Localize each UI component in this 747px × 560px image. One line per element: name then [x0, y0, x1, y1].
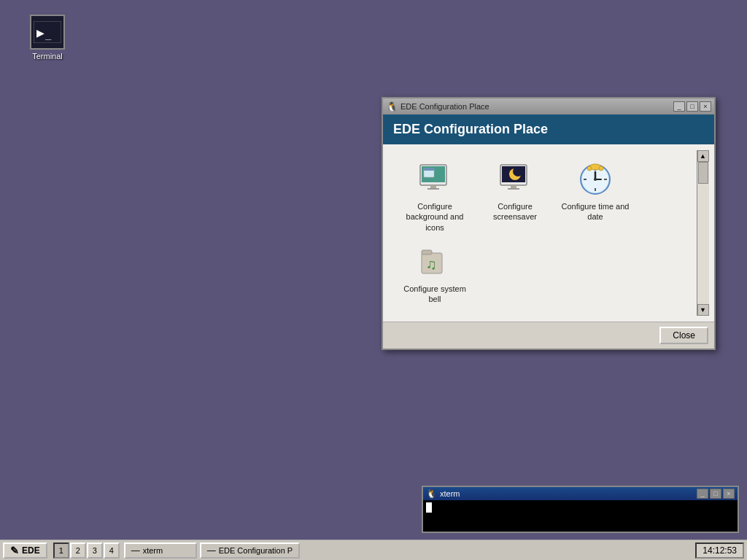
close-window-button[interactable]: Close	[659, 327, 708, 344]
taskbar-pager: 1 2 3 4	[53, 542, 120, 559]
xterm-close-button[interactable]: ×	[723, 489, 735, 499]
xterm-minimize-button[interactable]: _	[697, 489, 708, 499]
xterm-body	[423, 500, 738, 532]
pager-button-2[interactable]: 2	[70, 542, 86, 559]
start-label: EDE	[22, 545, 40, 556]
pager-button-3[interactable]: 3	[87, 542, 103, 559]
svg-text:♫: ♫	[426, 256, 437, 272]
taskbar: ✎ EDE 1 2 3 4 — xterm — EDE Configuratio…	[0, 540, 747, 560]
config-item-time-date[interactable]: Configure time and date	[555, 156, 635, 238]
terminal-label: Terminal	[32, 52, 63, 61]
svg-point-24	[594, 178, 597, 181]
bell-icon: ♫	[417, 244, 452, 279]
scroll-up-button[interactable]: ▲	[697, 150, 709, 162]
scroll-track[interactable]	[697, 162, 709, 304]
desktop: ▶ _ Terminal 🐧 EDE Configuration Place _…	[0, 0, 747, 560]
svg-rect-9	[424, 168, 434, 171]
window-content: Configure background and icons	[383, 144, 714, 322]
taskbar-item-xterm[interactable]: — xterm	[124, 542, 197, 559]
start-icon: ✎	[10, 545, 19, 556]
window-footer: Close	[383, 322, 714, 349]
svg-rect-14	[511, 185, 516, 188]
config-item-background[interactable]: Configure background and icons	[395, 156, 475, 238]
svg-point-13	[513, 166, 523, 176]
window-titlebar: 🐧 EDE Configuration Place _ □ ×	[383, 98, 714, 114]
xterm-maximize-button[interactable]: □	[710, 489, 721, 499]
xterm-window: 🐧 xterm _ □ ×	[422, 486, 739, 533]
config-item-screensaver-label: Configure screensaver	[478, 201, 552, 222]
close-button[interactable]: ×	[700, 101, 711, 112]
config-item-screensaver[interactable]: Configure screensaver	[475, 156, 555, 238]
config-item-background-label: Configure background and icons	[398, 201, 472, 233]
svg-rect-7	[427, 188, 439, 190]
monitor-moon-icon	[498, 162, 533, 197]
window-title-text: EDE Configuration Place	[400, 102, 673, 111]
pager-button-4[interactable]: 4	[104, 542, 120, 559]
scrollbar[interactable]: ▲ ▼	[697, 150, 708, 316]
xterm-titlebar: 🐧 xterm _ □ ×	[423, 487, 738, 500]
ede-config-task-icon: —	[207, 545, 216, 556]
start-button[interactable]: ✎ EDE	[3, 542, 47, 559]
clock-time: 14:12:53	[703, 545, 737, 556]
scroll-thumb[interactable]	[698, 162, 708, 184]
svg-rect-29	[422, 250, 432, 254]
xterm-task-icon: —	[131, 545, 140, 556]
config-grid: Configure background and icons	[389, 150, 697, 316]
window-title-icon: 🐧	[386, 101, 398, 112]
xterm-title-text: xterm	[440, 489, 697, 498]
ede-config-task-label: EDE Configuration P	[219, 546, 293, 555]
svg-rect-15	[508, 188, 519, 190]
config-item-time-date-label: Configure time and date	[558, 201, 632, 222]
taskbar-clock: 14:12:53	[695, 542, 744, 559]
svg-point-26	[587, 166, 592, 171]
desktop-icon-terminal[interactable]: ▶ _ Terminal	[22, 15, 73, 61]
clock-icon	[578, 162, 613, 197]
scroll-down-button[interactable]: ▼	[697, 304, 709, 316]
taskbar-item-ede-config[interactable]: — EDE Configuration P	[200, 542, 301, 559]
xterm-titlebar-buttons: _ □ ×	[697, 489, 735, 499]
svg-rect-6	[430, 185, 436, 188]
maximize-button[interactable]: □	[686, 101, 698, 112]
svg-point-27	[599, 166, 603, 171]
terminal-icon: ▶ _	[30, 15, 65, 50]
svg-text:▶: ▶	[36, 25, 44, 40]
titlebar-buttons: _ □ ×	[673, 101, 711, 112]
pager-button-1[interactable]: 1	[53, 542, 69, 559]
svg-text:_: _	[45, 28, 52, 40]
config-item-system-bell[interactable]: ♫ Configure system bell	[395, 238, 475, 311]
window-header-text: EDE Configuration Place	[393, 122, 548, 136]
xterm-title-icon: 🐧	[426, 489, 437, 499]
monitor-wallpaper-icon	[417, 162, 452, 197]
window-header: EDE Configuration Place	[383, 114, 714, 144]
xterm-task-label: xterm	[143, 546, 163, 555]
cursor-block	[426, 502, 432, 513]
minimize-button[interactable]: _	[673, 101, 685, 112]
config-item-system-bell-label: Configure system bell	[398, 284, 472, 305]
ede-config-window: 🐧 EDE Configuration Place _ □ × EDE Conf…	[382, 97, 716, 350]
